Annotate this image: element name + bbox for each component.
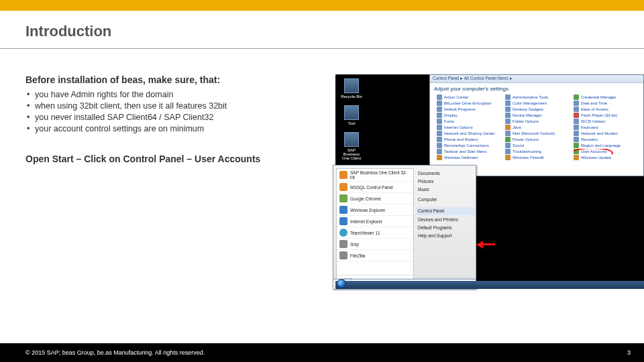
cp-items-grid: Action CenterAdministrative ToolsCredent… xyxy=(430,93,643,163)
list-item: when using 32bit client, then use it all… xyxy=(25,101,321,112)
cp-item-color-management[interactable]: Color Management xyxy=(505,101,571,106)
tool-icon xyxy=(344,105,359,120)
cp-item-icon xyxy=(574,149,579,154)
cp-item-sound[interactable]: Sound xyxy=(505,143,571,148)
cp-item-windows-firewall[interactable]: Windows Firewall xyxy=(505,155,571,160)
prereq-list: you have Admin rights for the domain whe… xyxy=(25,89,321,135)
cp-item-icon xyxy=(437,107,442,112)
cp-item-date-and-time[interactable]: Date and Time xyxy=(574,101,639,106)
cp-item-icon xyxy=(574,131,579,136)
start-button-icon[interactable] xyxy=(337,279,346,288)
program-icon xyxy=(339,194,347,202)
cp-item-user-accounts[interactable]: User Accounts xyxy=(574,149,639,154)
cp-item-credential-manager[interactable]: Credential Manager xyxy=(574,95,639,100)
cp-item-folder-options[interactable]: Folder Options xyxy=(505,119,571,124)
cp-item-icon xyxy=(437,137,442,142)
cp-item-windows-update[interactable]: Windows Update xyxy=(574,155,639,160)
slide-content: Before installation of beas, make sure, … xyxy=(0,49,644,289)
cp-item-display[interactable]: Display xyxy=(437,113,502,118)
taskbar xyxy=(335,281,644,289)
cp-item-icon xyxy=(505,131,511,136)
start-place-documents[interactable]: Documents xyxy=(418,170,473,178)
sap-client-icon xyxy=(344,132,359,147)
cp-item-windows-defender[interactable]: Windows Defender xyxy=(437,155,502,160)
list-item: your account control settings are on min… xyxy=(25,123,321,135)
cp-item-bitlocker-drive-encryption[interactable]: BitLocker Drive Encryption xyxy=(437,101,502,106)
start-menu-places: DocumentsPicturesMusicComputerControl Pa… xyxy=(414,166,476,288)
desktop-icon: Recycle Bin xyxy=(339,78,364,99)
cp-heading: Adjust your computer's settings xyxy=(430,83,643,93)
cp-item-java[interactable]: Java xyxy=(505,125,571,130)
start-place-help-and-support[interactable]: Help and Support xyxy=(418,232,473,240)
start-menu-item[interactable]: Internet Explorer xyxy=(337,216,413,227)
cp-item-desktop-gadgets[interactable]: Desktop Gadgets xyxy=(505,107,571,112)
cp-item-iscsi-initiator[interactable]: iSCSI Initiator xyxy=(574,119,639,124)
cp-item-icon xyxy=(574,155,579,160)
cp-item-icon xyxy=(437,131,442,136)
text-column: Before installation of beas, make sure, … xyxy=(25,74,321,289)
start-menu-item[interactable]: FileZilla xyxy=(337,250,413,261)
cp-item-icon xyxy=(437,113,442,118)
program-icon xyxy=(339,171,347,179)
cp-item-recovery[interactable]: Recovery xyxy=(574,137,639,142)
cp-item-remoteapp-connections[interactable]: RemoteApp Connections xyxy=(437,143,502,148)
cp-item-default-programs[interactable]: Default Programs xyxy=(437,107,502,112)
cp-item-network-and-sharing-center[interactable]: Network and Sharing Center xyxy=(437,131,502,136)
cp-item-internet-options[interactable]: Internet Options xyxy=(437,125,502,130)
cp-item-administrative-tools[interactable]: Administrative Tools xyxy=(505,95,571,100)
lead-paragraph: Before installation of beas, make sure, … xyxy=(25,74,321,85)
cp-item-keyboard[interactable]: Keyboard xyxy=(574,125,639,130)
start-place-music[interactable]: Music xyxy=(418,186,473,194)
cp-item-icon xyxy=(505,107,511,112)
control-panel-window: Control Panel ▸ All Control Panel Items … xyxy=(429,74,644,176)
cp-item-fonts[interactable]: Fonts xyxy=(437,119,502,124)
start-menu-item[interactable]: TeamViewer 11 xyxy=(337,227,413,239)
copyright-text: © 2015 SAP; beas Group, be.as Manufactur… xyxy=(25,349,205,356)
start-menu-item[interactable]: SAP Business One Client 32-bit xyxy=(337,169,413,182)
cp-item-icon xyxy=(505,95,511,100)
desktop-icon: Tool xyxy=(339,105,364,125)
start-menu-item[interactable]: Google Chrome xyxy=(337,193,413,204)
brand-accent-bar xyxy=(0,0,644,11)
cp-item-icon xyxy=(505,125,511,130)
start-menu-item[interactable]: Snip xyxy=(337,239,413,250)
recycle-bin-icon xyxy=(344,78,359,93)
slide-footer: © 2015 SAP; beas Group, be.as Manufactur… xyxy=(0,343,644,362)
start-place-default-programs[interactable]: Default Programs xyxy=(418,224,473,232)
cp-item-icon xyxy=(505,143,511,148)
cp-item-icon xyxy=(574,125,579,130)
start-menu-item[interactable]: Windows Explorer xyxy=(337,204,413,216)
cp-item-phone-and-modem[interactable]: Phone and Modem xyxy=(437,137,502,142)
cp-item-region-and-language[interactable]: Region and Language xyxy=(574,143,639,148)
cp-item-icon xyxy=(437,95,442,100)
cp-item-icon xyxy=(505,113,511,118)
cp-item-power-options[interactable]: Power Options xyxy=(505,137,571,142)
start-menu-programs: SAP Business One Client 32-bitMSSQL Cont… xyxy=(336,168,414,286)
cp-item-icon xyxy=(437,143,442,148)
cp-item-device-manager[interactable]: Device Manager xyxy=(505,113,571,118)
cp-item-icon xyxy=(574,137,579,142)
start-place-control-panel[interactable]: Control Panel xyxy=(416,207,475,215)
program-icon xyxy=(339,217,347,225)
cp-item-flash-player-32-bit-[interactable]: Flash Player (32-bit) xyxy=(574,113,639,118)
annotation-arrow-icon xyxy=(476,241,496,249)
cp-item-mail-microsoft-outlook-[interactable]: Mail (Microsoft Outlook) xyxy=(505,131,571,136)
cp-item-taskbar-and-start-menu[interactable]: Taskbar and Start Menu xyxy=(437,149,502,154)
start-menu-item[interactable]: MSSQL Control Panel xyxy=(337,182,413,193)
window-titlebar: Control Panel ▸ All Control Panel Items … xyxy=(430,75,643,83)
cp-item-action-center[interactable]: Action Center xyxy=(437,95,502,100)
program-icon xyxy=(339,183,347,191)
cp-item-troubleshooting[interactable]: Troubleshooting xyxy=(505,149,571,154)
cp-item-icon xyxy=(437,155,442,160)
cp-item-network-and-modem[interactable]: Network and Modem xyxy=(574,131,639,136)
start-menu: SAP Business One Client 32-bitMSSQL Cont… xyxy=(333,165,476,289)
cp-item-icon xyxy=(437,119,442,124)
start-place-computer[interactable]: Computer xyxy=(418,196,473,204)
cp-item-ease-of-access[interactable]: Ease of Access xyxy=(574,107,639,112)
slide-header: Introduction xyxy=(0,11,644,49)
start-place-pictures[interactable]: Pictures xyxy=(418,178,473,186)
start-place-devices-and-printers[interactable]: Devices and Printers xyxy=(418,216,473,224)
cp-item-icon xyxy=(505,155,511,160)
instruction-line: Open Start – Click on Control Panel – Us… xyxy=(25,154,321,164)
separator xyxy=(418,204,473,206)
